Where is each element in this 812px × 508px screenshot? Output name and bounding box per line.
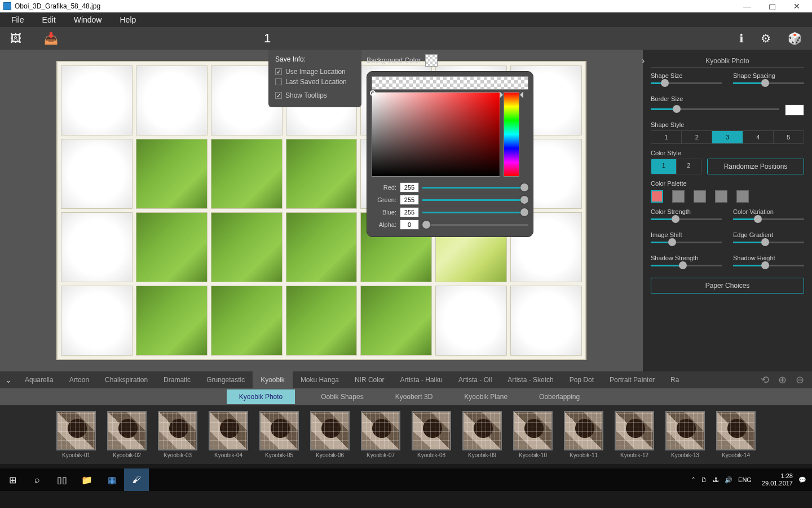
menu-help[interactable]: Help [113,13,143,27]
preset-item[interactable]: Kyoobik-07 [359,411,403,458]
taskview-button[interactable]: ▯▯ [50,468,74,491]
shape-style-4[interactable]: 4 [743,131,774,143]
open-image-icon[interactable]: 🖼 [10,32,21,45]
tray-sound-icon[interactable]: 🔊 [725,476,732,484]
shadow-strength-slider[interactable] [651,265,722,266]
color-variation-slider[interactable] [733,218,804,220]
preset-item[interactable]: Kyoobik-13 [663,411,707,458]
shape-style-3[interactable]: 3 [712,131,743,143]
preset-item[interactable]: Kyoobik-05 [257,411,301,458]
randomize-positions-button[interactable]: Randomize Positions [707,159,804,174]
palette-swatch-4[interactable] [715,190,727,203]
filter-moku-hanga[interactable]: Moku Hanga [293,371,347,388]
filter-grungetastic[interactable]: Grungetastic [198,371,253,388]
shape-style-5[interactable]: 5 [774,131,804,143]
minimize-button[interactable]: — [740,2,754,11]
filter-dramatic[interactable]: Dramatic [156,371,198,388]
red-slider[interactable] [422,187,528,189]
green-slider[interactable] [422,199,528,201]
preset-item[interactable]: Kyoobik-06 [308,411,352,458]
filter-aquarella[interactable]: Aquarella [17,371,61,388]
show-tooltips-checkbox[interactable] [275,92,282,99]
shape-style-2[interactable]: 2 [682,131,712,143]
preset-item[interactable]: Kyoobik-03 [156,411,200,458]
subfilter-kyoobert-3d[interactable]: Kyoobert 3D [390,391,439,403]
edge-gradient-slider[interactable] [733,242,804,243]
palette-swatch-3[interactable] [694,190,706,203]
tray-clock[interactable]: 1:28 29.01.2017 [762,472,793,487]
filter-pop-dot[interactable]: Pop Dot [562,371,602,388]
preset-item[interactable]: Kyoobik-02 [105,411,149,458]
filter-artista-haiku[interactable]: Artista - Haiku [392,371,451,388]
tray-chevron-icon[interactable]: ˄ [692,476,695,484]
bg-color-swatch[interactable] [425,54,438,67]
app-taskbar-icon[interactable]: 🖌 [124,468,149,491]
explorer-icon[interactable]: 📁 [74,468,99,491]
filter-portrait-painter[interactable]: Portrait Painter [602,371,663,388]
preset-item[interactable]: Kyoobik-11 [562,411,606,458]
menu-window[interactable]: Window [67,13,109,27]
border-color-swatch[interactable] [785,104,804,116]
red-input[interactable] [400,182,419,192]
shape-size-slider[interactable] [651,82,722,84]
help-icon[interactable]: ℹ [739,32,744,45]
filter-artista-oil[interactable]: Artista - Oil [451,371,500,388]
tray-notifications-icon[interactable]: 💬 [798,476,806,484]
tray-lang[interactable]: ENG [738,476,752,483]
palette-swatch-1[interactable] [651,190,663,203]
last-saved-location-checkbox[interactable] [275,78,282,85]
maximize-button[interactable]: ▢ [765,2,779,11]
subfilter-kyoobik-photo[interactable]: Kyoobik Photo [227,389,295,404]
preset-item[interactable]: Kyoobik-14 [714,411,758,458]
color-strength-slider[interactable] [651,218,722,220]
preset-item[interactable]: Kyoobik-01 [54,411,98,458]
filter-kyoobik[interactable]: Kyoobik [253,371,293,388]
reset-icon[interactable]: ⟲ [761,374,769,386]
shape-spacing-slider[interactable] [733,82,804,84]
palette-swatch-2[interactable] [672,190,685,203]
menu-file[interactable]: File [5,13,31,27]
filter-ra[interactable]: Ra [663,371,687,388]
import-icon[interactable]: 📥 [44,32,58,45]
filter-nir-color[interactable]: NIR Color [347,371,392,388]
add-icon[interactable]: ⊕ [778,374,787,386]
image-shift-slider[interactable] [651,242,722,243]
blue-slider[interactable] [422,212,528,213]
saturation-value-picker[interactable] [372,92,500,177]
expand-icon[interactable]: ⌄ [0,375,17,384]
start-button[interactable]: ⊞ [0,468,25,491]
preset-item[interactable]: Kyoobik-12 [612,411,656,458]
close-button[interactable]: ✕ [789,2,804,11]
shape-style-1[interactable]: 1 [651,131,682,143]
filter-chalkspiration[interactable]: Chalkspiration [97,371,156,388]
preset-item[interactable]: Kyoobik-08 [409,411,453,458]
totalcmd-icon[interactable]: ▦ [99,468,124,491]
preset-item[interactable]: Kyoobik-10 [511,411,555,458]
alpha-input[interactable] [400,220,419,230]
menu-edit[interactable]: Edit [36,13,63,27]
color-style-2[interactable]: 2 [677,159,701,174]
subfilter-oobik-shapes[interactable]: Oobik Shapes [315,391,369,403]
filter-artista-sketch[interactable]: Artista - Sketch [500,371,561,388]
preset-item[interactable]: Kyoobik-04 [206,411,250,458]
palette-swatch-5[interactable] [736,190,749,203]
subfilter-kyoobik-plane[interactable]: Kyoobik Plane [458,391,513,403]
preset-item[interactable]: Kyoobik-09 [460,411,504,458]
subfilter-ooberlapping[interactable]: Ooberlapping [533,391,585,403]
blue-input[interactable] [400,207,419,217]
color-style-1[interactable]: 1 [651,159,677,174]
panel-collapse-icon[interactable]: › [642,56,645,66]
settings-icon[interactable]: ⚙ [761,32,771,45]
search-button[interactable]: ⌕ [25,468,50,491]
hue-slider[interactable] [504,92,519,177]
shadow-height-slider[interactable] [733,265,804,266]
tray-network-icon[interactable]: 🖧 [713,476,719,483]
use-image-location-checkbox[interactable] [275,68,282,75]
border-size-slider[interactable] [651,108,779,110]
tray-battery-icon[interactable]: 🗋 [701,476,707,483]
paper-choices-button[interactable]: Paper Choices [651,278,804,294]
alpha-slider[interactable] [422,224,528,226]
green-input[interactable] [400,195,419,205]
filter-artoon[interactable]: Artoon [61,371,97,388]
dice-icon[interactable]: 🎲 [788,32,802,45]
